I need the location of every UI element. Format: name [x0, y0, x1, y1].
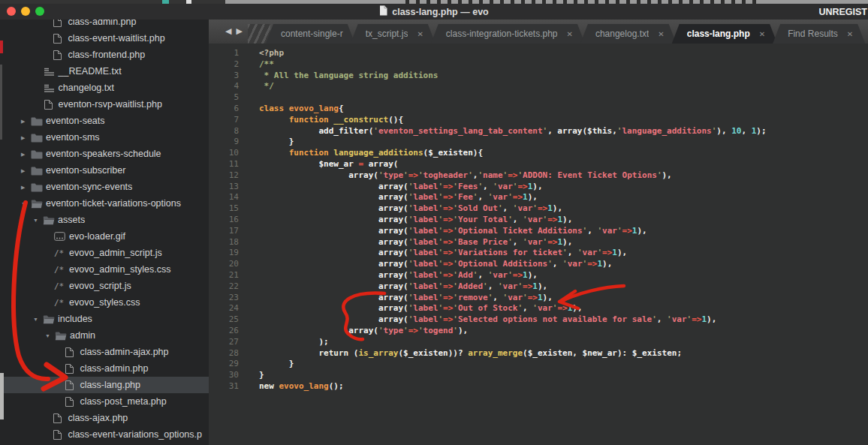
- sidebar-item-eventon-subscriber[interactable]: ▶eventon-subscriber: [0, 162, 209, 179]
- sidebar-item-class-lang-php[interactable]: class-lang.php: [0, 377, 209, 393]
- code-line-text: array('label'=>'Base Price', 'var'=>1),: [239, 237, 572, 248]
- chevron-down-icon[interactable]: ▼: [45, 333, 55, 338]
- line-number: 30: [209, 370, 239, 381]
- line-number: 28: [209, 348, 239, 359]
- code-line-text: array('label'=>'Optional Additions', 'va…: [239, 259, 612, 270]
- chevron-down-icon[interactable]: ▼: [33, 218, 43, 223]
- tab-class-integration-tickets-php[interactable]: class-integration-tickets.php✕: [431, 24, 585, 44]
- sidebar-item-class-post-meta-php[interactable]: class-post_meta.php: [0, 393, 209, 410]
- sidebar-item-admin[interactable]: ▼admin: [0, 327, 209, 344]
- chevron-right-icon[interactable]: ▶: [21, 119, 31, 124]
- sidebar-item-eventon-seats[interactable]: ▶eventon-seats: [0, 113, 209, 129]
- sidebar-item-includes[interactable]: ▼includes: [0, 311, 209, 327]
- tab-class-lang-php[interactable]: class-lang.php✕: [672, 24, 777, 44]
- file-label: class-admin.php: [67, 20, 136, 27]
- code-line: 16 array('label'=>'Your Total', 'var'=>1…: [209, 215, 868, 226]
- file-label: evovo_admin_script.js: [68, 248, 162, 258]
- tab-bar: ◀ ▶ content-single-rtx_script.js✕class-i…: [209, 20, 868, 44]
- sidebar-item-evovo-script-js[interactable]: /*evovo_script.js: [0, 278, 209, 294]
- sidebar-item-class-event-variations-options-p[interactable]: class-event-variations_options.p: [0, 426, 209, 443]
- sidebar-item-class-admin-php[interactable]: class-admin.php: [0, 360, 209, 377]
- tab-changelog-txt[interactable]: changelog.txt✕: [580, 24, 677, 44]
- file-label: admin: [69, 330, 95, 341]
- window-body: class-admin.phpclass-event-waitlist.phpc…: [0, 20, 868, 445]
- code-line: 22 array('label'=>'Added', 'var'=>1),: [209, 281, 868, 293]
- chevron-right-icon[interactable]: ▶: [21, 168, 31, 173]
- image-icon: [54, 232, 68, 241]
- code-line: 25 array('label'=>'Selected options not …: [209, 314, 868, 326]
- tabbar-stripes-decoration: [248, 24, 270, 44]
- file-label: evovo_admin_styles.css: [68, 264, 170, 275]
- line-number: 17: [209, 226, 239, 237]
- file-label: class-event-waitlist.php: [67, 33, 164, 44]
- sidebar-item-evovo-admin-styles-css[interactable]: /*evovo_admin_styles.css: [0, 261, 209, 278]
- chevron-right-icon[interactable]: ▶: [21, 135, 31, 140]
- close-icon[interactable]: ✕: [847, 30, 853, 38]
- sidebar-item-class-frontend-php[interactable]: class-frontend.php: [0, 47, 209, 63]
- code-line: 4 */: [209, 81, 868, 92]
- code-line: 17 array('label'=>'Optional Ticket Addit…: [209, 226, 868, 237]
- chevron-down-icon[interactable]: ▼: [21, 201, 31, 206]
- file-label: evovo_script.js: [68, 281, 131, 291]
- sidebar-item-eventon-rsvp-waitlist-php[interactable]: eventon-rsvp-waitlist.php: [0, 96, 209, 113]
- file-icon: [44, 99, 58, 110]
- file-label: evovo_styles.css: [68, 297, 140, 308]
- code-line-text: }: [239, 370, 264, 381]
- tab-content-single-r[interactable]: content-single-r: [266, 24, 355, 44]
- chevron-right-icon[interactable]: ▶: [21, 185, 31, 190]
- sidebar-item--readme-txt[interactable]: __README.txt: [0, 63, 209, 80]
- sidebar-item-eventon-sync-events[interactable]: ▶eventon-sync-events: [0, 179, 209, 195]
- sublime-text-window: class-lang.php — evo UNREGIST class-admi…: [0, 0, 868, 445]
- sidebar-item-class-admin-ajax-php[interactable]: class-admin-ajax.php: [0, 344, 209, 360]
- folder-open-icon: [55, 331, 69, 341]
- file-label: class-ajax.php: [67, 413, 128, 423]
- folder-icon: [31, 116, 45, 126]
- code-line: 10 function language_additions($_existen…: [209, 148, 868, 159]
- tab-tx-script-js[interactable]: tx_script.js✕: [351, 24, 436, 44]
- code-line: 28 return (is_array($_existen))? array_m…: [209, 348, 868, 359]
- code-line-text: /**: [239, 59, 274, 71]
- title-bar: class-lang.php — evo UNREGIST: [0, 4, 868, 20]
- code-line-text: array('label'=>'Add', 'var'=>1),: [239, 270, 538, 281]
- tab-label: Find Results: [788, 29, 838, 39]
- file-label: class-event-variations_options.p: [67, 429, 202, 440]
- sidebar-item-evo-loader-gif[interactable]: evo-loader.gif: [0, 228, 209, 245]
- code-line-text: return (is_array($_existen))? array_merg…: [239, 348, 682, 359]
- file-label: eventon-rsvp-waitlist.php: [58, 99, 162, 110]
- sidebar-item-eventon-speakers-schedule[interactable]: ▶eventon-speakers-schedule: [0, 146, 209, 162]
- chevron-down-icon[interactable]: ▼: [33, 317, 43, 322]
- sidebar-item-eventon-ticket-variations-options[interactable]: ▼eventon-ticket-variations-options: [0, 195, 209, 212]
- code-line: 24 array('label'=>'Out of Stock', 'var'=…: [209, 303, 868, 314]
- close-icon[interactable]: ✕: [658, 30, 664, 38]
- line-number: 29: [209, 359, 239, 370]
- sidebar-item-assets[interactable]: ▼assets: [0, 212, 209, 228]
- sidebar-item-evovo-styles-css[interactable]: /*evovo_styles.css: [0, 294, 209, 311]
- code-line: 1<?php: [209, 48, 868, 59]
- code-line-text: class evovo_lang{: [239, 104, 344, 115]
- tab-nav-arrows: ◀ ▶: [225, 26, 243, 36]
- code-line: 13 array('label'=>'Fees', 'var'=>1),: [209, 182, 868, 193]
- code-line-text: array('label'=>'Fees', 'var'=>1),: [239, 182, 543, 193]
- folder-icon: [31, 182, 45, 192]
- code-line-text: $new_ar = array(: [239, 159, 398, 170]
- sidebar-item-class-ajax-php[interactable]: class-ajax.php: [0, 410, 209, 426]
- tab-find-results[interactable]: Find Results✕: [773, 24, 865, 44]
- chevron-right-icon[interactable]: ▶: [21, 152, 31, 157]
- close-icon[interactable]: ✕: [417, 30, 423, 38]
- sidebar-item-changelog-txt[interactable]: changelog.txt: [0, 80, 209, 96]
- code-editor[interactable]: 1<?php2/**3 * All the language string ad…: [209, 44, 868, 445]
- nav-back-button[interactable]: ◀: [225, 26, 231, 36]
- sidebar-item-class-event-waitlist-php[interactable]: class-event-waitlist.php: [0, 30, 209, 47]
- folder-open-icon: [43, 215, 57, 225]
- close-icon[interactable]: ✕: [567, 30, 573, 38]
- sidebar-item-class-admin-php[interactable]: class-admin.php: [0, 20, 209, 30]
- line-number: 3: [209, 71, 239, 82]
- file-icon: [53, 33, 67, 44]
- sidebar-item-evovo-admin-script-js[interactable]: /*evovo_admin_script.js: [0, 245, 209, 261]
- tab-label: changelog.txt: [595, 29, 649, 39]
- code-line: 7 function __construct(){: [209, 115, 868, 126]
- sidebar-file-tree[interactable]: class-admin.phpclass-event-waitlist.phpc…: [0, 20, 209, 445]
- nav-forward-button[interactable]: ▶: [236, 26, 242, 36]
- sidebar-item-eventon-sms[interactable]: ▶eventon-sms: [0, 129, 209, 146]
- close-icon[interactable]: ✕: [759, 30, 765, 38]
